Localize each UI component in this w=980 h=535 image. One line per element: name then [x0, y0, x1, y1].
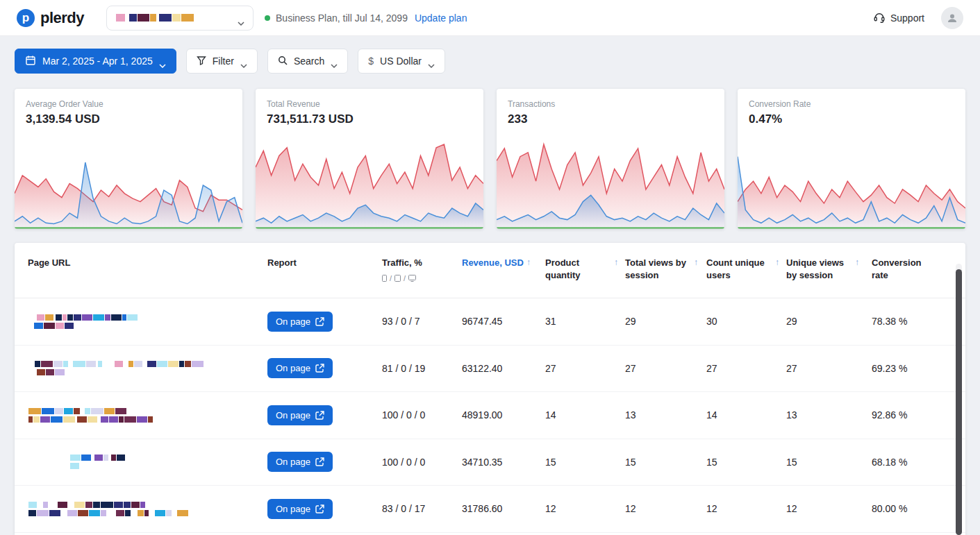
traffic-value: 93 / 0 / 7: [382, 316, 462, 327]
on-page-button[interactable]: On page: [267, 312, 333, 332]
unique-users-value: 12: [706, 503, 786, 514]
support-button[interactable]: Support: [873, 10, 924, 25]
page-url-redacted: [28, 360, 257, 377]
column-header-traffic[interactable]: Traffic, % / /: [382, 257, 462, 283]
dollar-icon: $: [368, 56, 374, 67]
traffic-value: 100 / 0 / 0: [382, 457, 462, 468]
external-link-icon: [315, 504, 324, 513]
user-avatar[interactable]: [941, 7, 963, 29]
column-header-unique-users[interactable]: Count unique users ↑: [706, 257, 786, 281]
table-row: On page 100 / 0 / 0 34710.35 15 15 15 15…: [15, 439, 965, 486]
column-header-revenue[interactable]: Revenue, USD ↑: [462, 257, 545, 269]
page-url-redacted: [28, 500, 257, 517]
column-header-conversion-rate[interactable]: Conversion rate: [872, 257, 952, 281]
total-views-value: 15: [625, 457, 706, 468]
table-row: On page 100 / 0 / 0 48919.00 14 13 14 13…: [15, 392, 965, 439]
traffic-value: 83 / 0 / 17: [382, 503, 462, 514]
funnel-icon: [197, 56, 206, 67]
pages-table: Page URL Report Traffic, % / / Revenue, …: [15, 243, 965, 535]
search-button[interactable]: Search: [267, 49, 348, 74]
product-quantity-value: 12: [545, 503, 625, 514]
desktop-icon: [408, 275, 416, 282]
metric-value: 0.47%: [738, 109, 965, 126]
column-header-product-quantity[interactable]: Product quantity ↑: [545, 257, 625, 281]
revenue-value: 48919.00: [462, 409, 545, 421]
revenue-value: 31786.60: [462, 503, 545, 514]
conversion-rate-value: 80.00 %: [872, 503, 952, 514]
plerdy-logo-icon: p: [17, 9, 35, 27]
metric-title: Average Order Value: [15, 89, 242, 109]
on-page-button[interactable]: On page: [267, 358, 333, 378]
unique-users-value: 27: [706, 363, 786, 374]
column-header-page-url[interactable]: Page URL: [28, 257, 267, 269]
date-range-picker[interactable]: Mar 2, 2025 - Apr 1, 2025: [15, 49, 176, 74]
filter-label: Filter: [213, 56, 234, 67]
unique-views-value: 27: [786, 363, 872, 374]
column-header-unique-views[interactable]: Unique views by session ↑: [786, 257, 872, 281]
chevron-down-icon: [331, 59, 338, 63]
sort-asc-icon[interactable]: ↑: [694, 257, 698, 268]
mobile-icon: [382, 275, 387, 282]
sort-asc-icon[interactable]: ↑: [855, 257, 859, 268]
plan-status: Business Plan, till Jul 14, 2099: [265, 12, 408, 24]
metric-title: Conversion Rate: [738, 89, 965, 109]
currency-selector[interactable]: $ US Dollar: [358, 49, 445, 74]
metric-card-average-order-value: Average Order Value 3,139.54 USD: [15, 89, 242, 229]
metric-value: 233: [497, 109, 724, 126]
metric-value: 3,139.54 USD: [15, 109, 242, 126]
revenue-value: 96747.45: [462, 316, 545, 327]
table-scrollbar-thumb[interactable]: [956, 269, 962, 535]
update-plan-link[interactable]: Update plan: [415, 12, 467, 24]
sparkline-chart: [738, 139, 965, 229]
table-scrollbar-track: [956, 264, 962, 535]
revenue-value: 63122.40: [462, 363, 545, 374]
unique-views-value: 29: [786, 316, 872, 327]
conversion-rate-value: 68.18 %: [872, 457, 952, 468]
page-url-redacted: [28, 407, 257, 423]
column-header-total-views[interactable]: Total views by session ↑: [625, 257, 706, 281]
product-quantity-value: 31: [545, 316, 625, 327]
plan-active-dot: [265, 15, 270, 21]
chevron-down-icon: [240, 59, 247, 63]
metric-title: Total Revenue: [256, 89, 483, 109]
support-label: Support: [890, 12, 924, 24]
search-icon: [278, 56, 288, 67]
chevron-down-icon: [428, 59, 435, 63]
headset-icon: [873, 10, 886, 25]
conversion-rate-value: 78.38 %: [872, 316, 952, 327]
traffic-value: 100 / 0 / 0: [382, 409, 462, 421]
unique-users-value: 15: [706, 457, 786, 468]
table-row: On page 83 / 0 / 17 31786.60 12 12 12 12…: [15, 486, 965, 533]
sort-asc-icon[interactable]: ↑: [526, 257, 531, 268]
date-range-label: Mar 2, 2025 - Apr 1, 2025: [42, 56, 153, 67]
total-views-value: 29: [625, 316, 706, 327]
on-page-button[interactable]: On page: [267, 452, 333, 472]
calendar-icon: [25, 55, 36, 68]
filter-button[interactable]: Filter: [186, 49, 258, 74]
product-quantity-value: 15: [545, 457, 625, 468]
sort-asc-icon[interactable]: ↑: [614, 257, 618, 268]
metric-card-conversion-rate: Conversion Rate 0.47%: [738, 89, 965, 229]
product-quantity-value: 27: [545, 363, 625, 374]
plerdy-logo: p plerdy: [17, 9, 84, 27]
top-bar: p plerdy Business Plan, till Jul 14, 209…: [0, 0, 980, 36]
person-icon: [947, 12, 958, 24]
sort-asc-icon[interactable]: ↑: [775, 257, 779, 268]
on-page-button[interactable]: On page: [267, 499, 333, 519]
total-views-value: 13: [625, 409, 706, 421]
table-row: On page 81 / 0 / 19 63122.40 27 27 27 27…: [15, 346, 965, 393]
website-name-redacted: [115, 14, 232, 22]
plan-status-text: Business Plan, till Jul 14, 2099: [276, 12, 408, 24]
on-page-button[interactable]: On page: [267, 405, 333, 425]
metric-title: Transactions: [497, 89, 724, 109]
search-label: Search: [294, 56, 324, 67]
unique-views-value: 12: [786, 503, 872, 514]
currency-label: US Dollar: [380, 56, 422, 67]
filters-toolbar: Mar 2, 2025 - Apr 1, 2025 Filter Search …: [15, 49, 965, 74]
revenue-value: 34710.35: [462, 457, 545, 468]
chevron-down-icon: [159, 59, 166, 63]
column-header-report[interactable]: Report: [267, 257, 382, 269]
metric-cards: Average Order Value 3,139.54 USD Total R…: [0, 89, 980, 229]
website-selector-dropdown[interactable]: [106, 6, 254, 31]
external-link-icon: [315, 411, 324, 420]
